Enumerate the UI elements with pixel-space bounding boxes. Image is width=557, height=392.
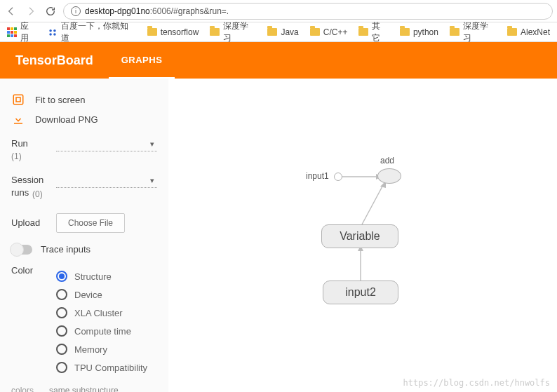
tab-graphs[interactable]: GRAPHS [109,42,175,79]
choose-file-button[interactable]: Choose File [56,213,125,233]
svg-line-8 [362,185,383,224]
svg-rect-5 [16,97,20,102]
radio-icon [56,289,67,300]
color-option-xla-cluster[interactable]: XLA Cluster [56,304,147,322]
apps-button[interactable]: 应用 [7,20,36,44]
radio-icon [56,271,67,282]
sidebar: Fit to screen Download PNG Run (1) ▾ Ses… [0,79,168,392]
site-info-icon[interactable]: i [71,6,81,16]
graph-canvas[interactable]: add input1 Variable input2 https://blog.… [168,79,557,392]
url-text: desktop-dpg01no:6006/#graphs&run=. [85,6,229,16]
apps-icon [7,27,17,37]
graph-node-input2[interactable]: input2 [323,281,398,304]
baidu-icon [48,27,58,37]
run-selector[interactable]: Run (1) ▾ [11,137,157,163]
session-dropdown[interactable]: ▾ [56,174,157,188]
tensorboard-header: TensorBoard GRAPHS [0,42,557,79]
browser-back-button[interactable] [4,4,18,18]
apps-label: 应用 [20,20,36,44]
radio-icon [56,325,67,337]
input1-label: input1 [306,171,329,181]
color-option-compute-time[interactable]: Compute time [56,322,147,340]
legend-same: same substructure [49,386,119,392]
folder-icon [400,28,410,36]
radio-icon [56,344,67,355]
session-runs-selector[interactable]: Sessionruns Session runs (0) ▾ [11,174,157,201]
bookmark-item[interactable]: 深度学习 [450,20,496,44]
bookmark-item[interactable]: python [400,27,438,37]
watermark: https://blog.csdn.net/hnwolfs [403,378,550,388]
run-dropdown[interactable]: ▾ [56,137,157,151]
add-node-label: add [380,156,394,165]
svg-point-3 [54,33,57,36]
download-icon [11,113,25,126]
color-option-device[interactable]: Device [56,285,147,304]
trace-inputs-label: Trace inputs [41,244,90,255]
bookmark-item[interactable]: AlexNet [507,27,550,37]
folder-icon [210,28,220,36]
bookmark-item[interactable]: tensorflow [147,27,199,37]
color-option-structure[interactable]: Structure [56,267,147,285]
fit-to-screen-button[interactable]: Fit to screen [11,90,157,109]
svg-point-2 [50,33,53,36]
graph-node-input1[interactable] [334,173,342,181]
color-label: Color [11,264,49,277]
bookmark-item[interactable]: Java [267,27,298,37]
radio-icon [56,362,67,373]
graph-node-add[interactable] [377,168,401,184]
browser-forward-button[interactable] [24,4,38,18]
folder-icon [450,28,459,36]
download-png-button[interactable]: Download PNG [11,109,157,129]
bookmark-item[interactable]: 深度学习 [210,20,256,44]
tensorboard-logo: TensorBoard [0,42,109,79]
folder-icon [267,28,277,36]
bookmark-item[interactable]: C/C++ [310,27,348,37]
url-bar[interactable]: i desktop-dpg01no:6006/#graphs&run=. [63,3,553,20]
browser-reload-button[interactable] [43,4,58,18]
legend-label: colors [11,386,39,392]
fit-icon [11,93,25,106]
bookmark-item[interactable]: 其它 [358,20,388,44]
bookmarks-bar: 应用 百度一下，你就知道 tensorflow 深度学习 Java C/C++ … [0,22,557,42]
svg-rect-4 [13,95,23,104]
folder-icon [507,28,517,36]
svg-point-0 [50,29,53,32]
radio-icon [56,307,67,318]
graph-node-variable[interactable]: Variable [321,224,398,248]
caret-down-icon: ▾ [150,140,154,149]
caret-down-icon: ▾ [150,176,154,185]
folder-icon [358,28,368,36]
browser-nav-bar: i desktop-dpg01no:6006/#graphs&run=. [0,0,557,22]
upload-label: Upload [11,217,49,229]
bookmark-item[interactable]: 百度一下，你就知道 [48,20,135,44]
svg-point-1 [54,29,57,32]
color-option-tpu-compatibility[interactable]: TPU Compatibility [56,358,147,377]
trace-inputs-toggle[interactable] [11,245,32,255]
color-option-memory[interactable]: Memory [56,340,147,358]
folder-icon [147,28,157,36]
folder-icon [310,28,320,36]
